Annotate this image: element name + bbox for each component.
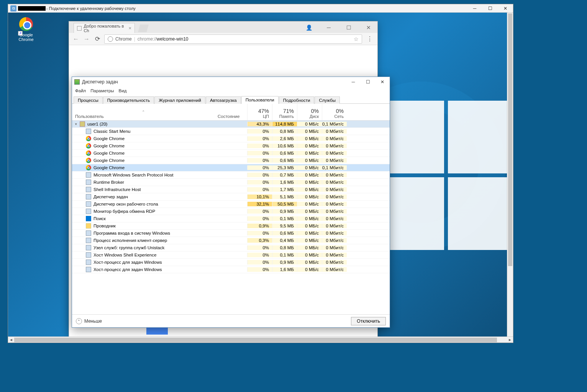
process-name: Classic Start Menu (93, 129, 131, 134)
scroll-right-icon[interactable]: ► (507, 338, 513, 342)
tab-Подробности[interactable]: Подробности (279, 96, 315, 104)
chrome-toolbar: ← → ⟳ Chrome | chrome://welcome-win10 ☆ … (69, 33, 377, 45)
scrollbar-thumb[interactable] (14, 338, 497, 342)
process-row[interactable]: Хост Windows Shell Experience0%0,1 МБ0 М… (72, 252, 390, 259)
new-tab-button[interactable] (138, 24, 149, 32)
expand-icon[interactable]: ▾ (75, 122, 80, 126)
process-name: Проводник (93, 224, 116, 228)
process-icon (86, 129, 91, 134)
chrome-close-button[interactable]: ✕ (362, 22, 375, 33)
col-user[interactable]: ⌃ Пользователь (72, 104, 215, 120)
process-row[interactable]: Shell Infrastructure Host0%1,7 МБ0 МБ/с0… (72, 186, 390, 193)
scrollbar-vertical[interactable] (507, 13, 513, 336)
process-icon (86, 187, 91, 192)
process-icon (86, 180, 91, 185)
fewer-details-button[interactable]: ⌃ Меньше (76, 318, 102, 324)
col-disk[interactable]: 0%Диск (297, 104, 322, 120)
tab-Журнал приложений[interactable]: Журнал приложений (154, 96, 205, 104)
redacted-host (18, 6, 46, 11)
process-row[interactable]: Google Chrome0%2,6 МБ0 МБ/с0 Мбит/с (72, 135, 390, 142)
col-network[interactable]: 0%Сеть (322, 104, 347, 120)
scrollbar-thumb[interactable] (508, 13, 512, 266)
process-icon (86, 194, 91, 199)
process-row[interactable]: Диспетчер окон рабочего стола32,1%50,5 М… (72, 201, 390, 208)
chrome-maximize-button[interactable]: ☐ (342, 22, 355, 33)
col-status[interactable]: Состояние (215, 104, 247, 120)
process-name: Хост Windows Shell Experience (93, 253, 156, 257)
close-button[interactable]: ✕ (498, 5, 513, 12)
process-icon (86, 136, 91, 141)
tab-Производительность[interactable]: Производительность (103, 96, 154, 104)
process-row[interactable]: Диспетчер задач10,1%5,1 МБ0 МБ/с0 Мбит/с (72, 193, 390, 201)
process-row[interactable]: Поиск0%0,1 МБ0 МБ/с0 Мбит/с (72, 215, 390, 222)
tab-close-icon[interactable]: × (128, 25, 131, 31)
forward-button[interactable]: → (83, 36, 90, 42)
tm-close-button[interactable]: ✕ (375, 77, 390, 87)
process-row[interactable]: Google Chrome0%25,3 МБ0 МБ/с0,1 Мбит/с (72, 164, 390, 172)
reload-button[interactable]: ⟳ (93, 35, 101, 42)
process-row[interactable]: Узел служб: группа служб Unistack0%0,8 М… (72, 244, 390, 252)
process-row[interactable]: Runtime Broker0%1,6 МБ0 МБ/с0 Мбит/с (72, 179, 390, 186)
chrome-menu-button[interactable]: ⋮ (365, 35, 374, 42)
profile-icon[interactable]: 👤 (302, 22, 315, 33)
process-row[interactable]: Google Chrome0%10,6 МБ0 МБ/с0 Мбит/с (72, 142, 390, 150)
menu-options[interactable]: Параметры (90, 88, 114, 93)
partial-button[interactable] (146, 327, 168, 335)
disconnect-button[interactable]: Отключить (351, 317, 386, 325)
column-headers: ⌃ Пользователь Состояние 47%ЦП 71%Память… (72, 104, 390, 121)
menu-file[interactable]: Файл (75, 88, 86, 93)
process-icon (86, 165, 91, 170)
process-row[interactable]: Хост-процесс для задач Windows0%0,9 МБ0 … (72, 259, 390, 266)
taskmgr-tabs: ПроцессыПроизводительностьЖурнал приложе… (72, 95, 390, 104)
process-row[interactable]: Процесс исполнения клиент-сервер0,3%0,4 … (72, 237, 390, 244)
col-memory[interactable]: 71%Память (272, 104, 297, 120)
tab-Службы[interactable]: Службы (315, 96, 340, 104)
tab-title: Добро пожаловать в Ch (84, 24, 129, 33)
desktop-icon-chrome[interactable]: ↗ Google Chrome (13, 17, 39, 42)
process-icon (86, 216, 91, 221)
desktop-icon-label: Google Chrome (13, 33, 39, 42)
process-name: Диспетчер окон рабочего стола (93, 202, 158, 206)
process-name: Поиск (93, 216, 106, 221)
tm-maximize-button[interactable]: ☐ (361, 77, 375, 87)
address-bar[interactable]: Chrome | chrome://welcome-win10 ☆ (104, 34, 362, 44)
process-row[interactable]: Хост-процесс для задач Windows0%1,6 МБ0 … (72, 266, 390, 273)
back-button[interactable]: ← (72, 36, 80, 42)
bookmark-star-icon[interactable]: ☆ (354, 36, 359, 42)
process-row[interactable]: Монитор буфера обмена RDP0%0,9 МБ0 МБ/с0… (72, 208, 390, 215)
user-row[interactable]: ▾user1 (20)43,3%114,8 МБ0 МБ/с0,1 Мбит/с (72, 121, 390, 128)
process-row[interactable]: Google Chrome0%0,6 МБ0 МБ/с0 Мбит/с (72, 150, 390, 157)
rdp-titlebar[interactable]: ⧉ - Подключение к удаленному рабочему ст… (8, 4, 513, 13)
tab-Процессы[interactable]: Процессы (74, 96, 103, 104)
process-icon (86, 143, 91, 149)
col-cpu[interactable]: 47%ЦП (247, 104, 272, 120)
scrollbar-horizontal[interactable]: ◄ ► (8, 336, 513, 343)
page-icon (77, 26, 82, 31)
maximize-button[interactable]: ☐ (482, 5, 498, 12)
process-list[interactable]: ▾user1 (20)43,3%114,8 МБ0 МБ/с0,1 Мбит/с… (72, 121, 390, 314)
remote-desktop[interactable]: ↗ Google Chrome Добро пожаловать в Ch × … (8, 13, 513, 343)
process-row[interactable]: Google Chrome0%0,6 МБ0 МБ/с0 Мбит/с (72, 157, 390, 164)
taskmgr-menubar: Файл Параметры Вид (72, 87, 390, 95)
tab-Пользователи[interactable]: Пользователи (241, 96, 279, 104)
process-row[interactable]: Classic Start Menu0%0,8 МБ0 МБ/с0 Мбит/с (72, 128, 390, 135)
process-row[interactable]: Программа входа в систему Windows0%0,6 М… (72, 230, 390, 237)
tab-Автозагрузка[interactable]: Автозагрузка (206, 96, 241, 104)
scroll-left-icon[interactable]: ◄ (8, 338, 14, 342)
process-row[interactable]: Проводник0,9%9,5 МБ0 МБ/с0 Мбит/с (72, 222, 390, 230)
site-info-icon[interactable] (108, 36, 113, 42)
addr-origin: Chrome (115, 36, 132, 42)
taskmgr-titlebar[interactable]: Диспетчер задач ─ ☐ ✕ (72, 77, 390, 87)
chrome-minimize-button[interactable]: ─ (322, 22, 335, 33)
process-name: Google Chrome (93, 144, 125, 148)
menu-view[interactable]: Вид (119, 88, 127, 93)
user-name: user1 (20) (87, 122, 107, 126)
process-name: Runtime Broker (93, 180, 124, 185)
tm-minimize-button[interactable]: ─ (346, 77, 361, 87)
process-row[interactable]: Microsoft Windows Search Protocol Host0%… (72, 172, 390, 179)
process-icon (86, 172, 91, 178)
chrome-tab[interactable]: Добро пожаловать в Ch × (74, 23, 135, 33)
minimize-button[interactable]: ─ (467, 5, 482, 12)
process-name: Microsoft Windows Search Protocol Host (93, 173, 173, 177)
chrome-tabstrip[interactable]: Добро пожаловать в Ch × 👤 ─ ☐ ✕ (69, 21, 377, 33)
